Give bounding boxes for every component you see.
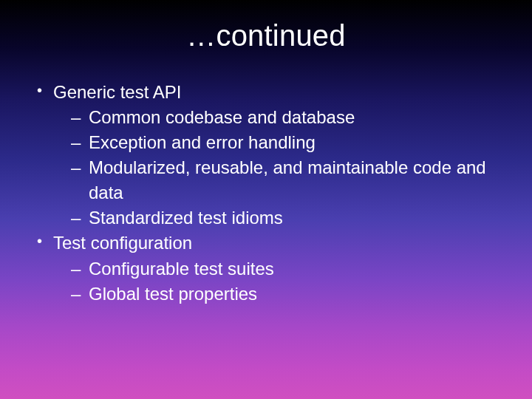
list-item: Common codebase and database — [53, 105, 502, 130]
slide: …continued Generic test API Common codeb… — [0, 0, 532, 399]
list-item: Test configuration Configurable test sui… — [31, 231, 502, 306]
sub-bullet-label: Configurable test suites — [89, 259, 274, 279]
list-item: Global test properties — [53, 282, 502, 307]
bullet-label: Generic test API — [53, 82, 181, 102]
list-item: Standardized test idioms — [53, 205, 502, 231]
sub-bullet-label: Modularized, reusable, and maintainable … — [89, 157, 486, 202]
list-item: Configurable test suites — [53, 256, 502, 282]
bullet-list: Generic test API Common codebase and dat… — [31, 80, 502, 307]
list-item: Generic test API Common codebase and dat… — [31, 80, 502, 231]
sub-bullet-label: Exception and error handling — [89, 132, 316, 152]
sub-bullet-list: Common codebase and database Exception a… — [53, 105, 502, 231]
sub-bullet-label: Common codebase and database — [89, 107, 355, 127]
list-item: Exception and error handling — [53, 130, 502, 155]
slide-title: …continued — [0, 19, 532, 52]
sub-bullet-label: Global test properties — [89, 284, 257, 304]
bullet-label: Test configuration — [53, 233, 192, 253]
sub-bullet-list: Configurable test suites Global test pro… — [53, 256, 502, 307]
sub-bullet-label: Standardized test idioms — [89, 208, 283, 228]
slide-body: Generic test API Common codebase and dat… — [31, 80, 502, 307]
list-item: Modularized, reusable, and maintainable … — [53, 155, 502, 205]
